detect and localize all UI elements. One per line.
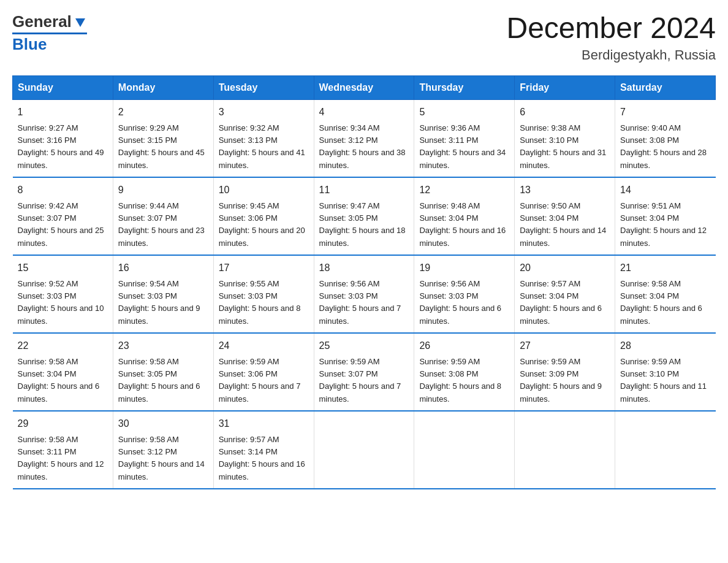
calendar-cell: 14 Sunrise: 9:51 AMSunset: 3:04 PMDaylig… [615, 177, 716, 255]
calendar-table: Sunday Monday Tuesday Wednesday Thursday… [12, 75, 716, 489]
day-number: 19 [419, 261, 509, 275]
calendar-cell: 21 Sunrise: 9:58 AMSunset: 3:04 PMDaylig… [615, 255, 716, 333]
day-number: 13 [520, 183, 610, 197]
calendar-week-row: 22 Sunrise: 9:58 AMSunset: 3:04 PMDaylig… [13, 333, 716, 411]
day-number: 16 [118, 261, 208, 275]
calendar-cell: 17 Sunrise: 9:55 AMSunset: 3:03 PMDaylig… [213, 255, 314, 333]
svg-marker-0 [75, 18, 85, 27]
day-number: 25 [319, 339, 409, 353]
day-number: 23 [118, 339, 208, 353]
calendar-cell: 31 Sunrise: 9:57 AMSunset: 3:14 PMDaylig… [213, 411, 314, 489]
title-section: December 2024 Berdigestyakh, Russia [506, 12, 716, 63]
calendar-cell: 2 Sunrise: 9:29 AMSunset: 3:15 PMDayligh… [113, 99, 213, 177]
logo-triangle-icon [74, 16, 87, 29]
calendar-cell: 25 Sunrise: 9:59 AMSunset: 3:07 PMDaylig… [314, 333, 414, 411]
day-info: Sunrise: 9:36 AMSunset: 3:11 PMDaylight:… [419, 123, 506, 170]
calendar-cell: 6 Sunrise: 9:38 AMSunset: 3:10 PMDayligh… [515, 99, 615, 177]
header-sunday: Sunday [13, 75, 113, 99]
day-info: Sunrise: 9:56 AMSunset: 3:03 PMDaylight:… [419, 279, 501, 326]
page-header: General Blue December 2024 Berdigestyakh… [12, 12, 716, 63]
calendar-cell: 13 Sunrise: 9:50 AMSunset: 3:04 PMDaylig… [515, 177, 615, 255]
calendar-cell: 24 Sunrise: 9:59 AMSunset: 3:06 PMDaylig… [213, 333, 314, 411]
day-info: Sunrise: 9:59 AMSunset: 3:06 PMDaylight:… [219, 357, 301, 404]
calendar-cell: 29 Sunrise: 9:58 AMSunset: 3:11 PMDaylig… [13, 411, 113, 489]
day-number: 18 [319, 261, 409, 275]
day-number: 6 [520, 105, 610, 120]
day-info: Sunrise: 9:58 AMSunset: 3:11 PMDaylight:… [18, 435, 104, 481]
calendar-cell [615, 411, 716, 489]
day-number: 27 [520, 339, 610, 353]
day-number: 17 [219, 261, 309, 275]
day-info: Sunrise: 9:50 AMSunset: 3:04 PMDaylight:… [520, 201, 606, 248]
day-number: 8 [18, 183, 108, 197]
calendar-cell: 8 Sunrise: 9:42 AMSunset: 3:07 PMDayligh… [13, 177, 113, 255]
day-number: 11 [319, 183, 409, 197]
calendar-cell: 18 Sunrise: 9:56 AMSunset: 3:03 PMDaylig… [314, 255, 414, 333]
header-tuesday: Tuesday [213, 75, 314, 99]
day-number: 28 [620, 339, 710, 353]
calendar-cell: 1 Sunrise: 9:27 AMSunset: 3:16 PMDayligh… [13, 99, 113, 177]
header-monday: Monday [113, 75, 213, 99]
logo-blue-text: Blue [12, 35, 47, 53]
calendar-cell: 10 Sunrise: 9:45 AMSunset: 3:06 PMDaylig… [213, 177, 314, 255]
day-info: Sunrise: 9:56 AMSunset: 3:03 PMDaylight:… [319, 279, 401, 326]
day-info: Sunrise: 9:40 AMSunset: 3:08 PMDaylight:… [620, 123, 707, 170]
day-number: 9 [118, 183, 208, 197]
calendar-cell: 23 Sunrise: 9:58 AMSunset: 3:05 PMDaylig… [113, 333, 213, 411]
day-info: Sunrise: 9:44 AMSunset: 3:07 PMDaylight:… [118, 201, 205, 248]
day-number: 5 [419, 105, 509, 120]
page-subtitle: Berdigestyakh, Russia [506, 47, 716, 63]
day-info: Sunrise: 9:58 AMSunset: 3:04 PMDaylight:… [18, 357, 100, 404]
day-number: 21 [620, 261, 710, 275]
calendar-cell: 19 Sunrise: 9:56 AMSunset: 3:03 PMDaylig… [414, 255, 515, 333]
header-wednesday: Wednesday [314, 75, 414, 99]
day-info: Sunrise: 9:55 AMSunset: 3:03 PMDaylight:… [219, 279, 301, 326]
logo-general-text: General [12, 12, 72, 31]
calendar-week-row: 8 Sunrise: 9:42 AMSunset: 3:07 PMDayligh… [13, 177, 716, 255]
day-info: Sunrise: 9:57 AMSunset: 3:04 PMDaylight:… [520, 279, 602, 326]
calendar-cell: 5 Sunrise: 9:36 AMSunset: 3:11 PMDayligh… [414, 99, 515, 177]
calendar-week-row: 29 Sunrise: 9:58 AMSunset: 3:11 PMDaylig… [13, 411, 716, 489]
day-info: Sunrise: 9:47 AMSunset: 3:05 PMDaylight:… [319, 201, 406, 248]
day-number: 30 [118, 416, 208, 431]
day-info: Sunrise: 9:54 AMSunset: 3:03 PMDaylight:… [118, 279, 200, 326]
day-info: Sunrise: 9:59 AMSunset: 3:10 PMDaylight:… [620, 357, 707, 404]
day-number: 10 [219, 183, 309, 197]
calendar-cell: 16 Sunrise: 9:54 AMSunset: 3:03 PMDaylig… [113, 255, 213, 333]
day-number: 15 [18, 261, 108, 275]
calendar-cell: 22 Sunrise: 9:58 AMSunset: 3:04 PMDaylig… [13, 333, 113, 411]
calendar-cell: 9 Sunrise: 9:44 AMSunset: 3:07 PMDayligh… [113, 177, 213, 255]
day-number: 26 [419, 339, 509, 353]
header-saturday: Saturday [615, 75, 716, 99]
day-number: 4 [319, 105, 409, 120]
calendar-week-row: 1 Sunrise: 9:27 AMSunset: 3:16 PMDayligh… [13, 99, 716, 177]
day-info: Sunrise: 9:51 AMSunset: 3:04 PMDaylight:… [620, 201, 707, 248]
day-number: 31 [219, 416, 309, 431]
day-info: Sunrise: 9:42 AMSunset: 3:07 PMDaylight:… [18, 201, 104, 248]
day-info: Sunrise: 9:48 AMSunset: 3:04 PMDaylight:… [419, 201, 506, 248]
day-number: 12 [419, 183, 509, 197]
day-info: Sunrise: 9:59 AMSunset: 3:09 PMDaylight:… [520, 357, 602, 404]
calendar-cell [314, 411, 414, 489]
day-info: Sunrise: 9:58 AMSunset: 3:05 PMDaylight:… [118, 357, 200, 404]
day-number: 2 [118, 105, 208, 120]
calendar-cell: 28 Sunrise: 9:59 AMSunset: 3:10 PMDaylig… [615, 333, 716, 411]
day-info: Sunrise: 9:45 AMSunset: 3:06 PMDaylight:… [219, 201, 305, 248]
day-info: Sunrise: 9:52 AMSunset: 3:03 PMDaylight:… [18, 279, 104, 326]
logo: General Blue [12, 12, 87, 54]
page-title: December 2024 [506, 12, 716, 45]
calendar-cell: 20 Sunrise: 9:57 AMSunset: 3:04 PMDaylig… [515, 255, 615, 333]
calendar-cell: 12 Sunrise: 9:48 AMSunset: 3:04 PMDaylig… [414, 177, 515, 255]
calendar-cell: 26 Sunrise: 9:59 AMSunset: 3:08 PMDaylig… [414, 333, 515, 411]
header-thursday: Thursday [414, 75, 515, 99]
day-number: 1 [18, 105, 108, 120]
day-info: Sunrise: 9:29 AMSunset: 3:15 PMDaylight:… [118, 123, 205, 170]
day-info: Sunrise: 9:32 AMSunset: 3:13 PMDaylight:… [219, 123, 305, 170]
calendar-header-row: Sunday Monday Tuesday Wednesday Thursday… [13, 75, 716, 99]
day-number: 29 [18, 416, 108, 431]
day-info: Sunrise: 9:59 AMSunset: 3:08 PMDaylight:… [419, 357, 501, 404]
calendar-cell: 27 Sunrise: 9:59 AMSunset: 3:09 PMDaylig… [515, 333, 615, 411]
day-number: 20 [520, 261, 610, 275]
day-info: Sunrise: 9:59 AMSunset: 3:07 PMDaylight:… [319, 357, 401, 404]
day-info: Sunrise: 9:57 AMSunset: 3:14 PMDaylight:… [219, 435, 305, 481]
